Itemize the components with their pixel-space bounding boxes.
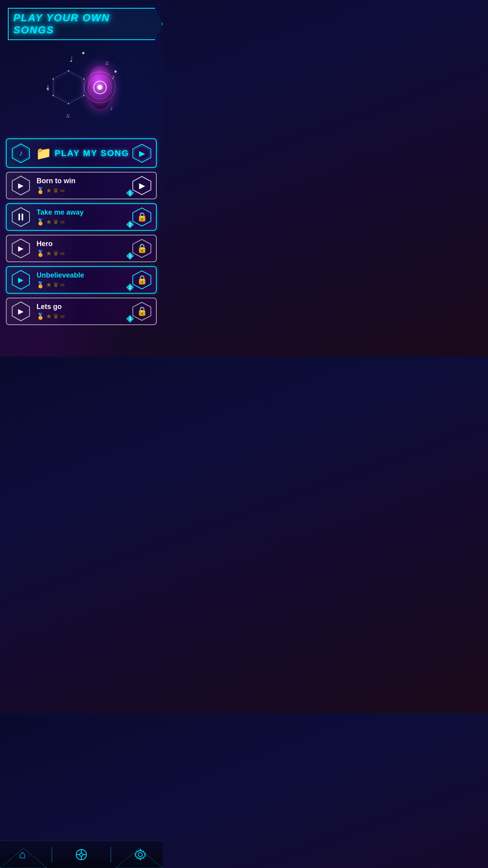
play-icon: ▶ <box>18 181 24 190</box>
lets-go-hex-icon: ▶ <box>9 300 33 323</box>
unbelieveable-stars: 🏅 ★ ♛ ∞ <box>37 281 127 289</box>
hero-hex-icon: ▶ <box>9 237 33 260</box>
badge-icon: 🏅 <box>37 187 44 194</box>
song-item-unbelieveable[interactable]: ▶ Unbelieveable 🏅 ★ ♛ ∞ 2 🔒 <box>6 266 157 294</box>
born-to-win-play-button[interactable]: ▶ <box>131 175 153 197</box>
lets-go-lock: 🔒 <box>131 300 153 322</box>
hero-stars: 🏅 ★ ♛ ∞ <box>37 250 127 257</box>
lets-go-title: Lets go <box>37 303 127 311</box>
play-my-song-hex-icon: ♪ <box>9 142 33 165</box>
unbelieveable-content: Unbelieveable 🏅 ★ ♛ ∞ <box>33 268 131 292</box>
lock-icon: 🔒 <box>137 275 147 285</box>
crown-icon: ♛ <box>53 250 59 257</box>
lock-icon: 🔒 <box>137 212 147 222</box>
hero-title: Hero <box>37 240 127 248</box>
star-icon: ★ <box>46 218 51 226</box>
lock-icon: 🔒 <box>137 243 147 254</box>
take-me-away-stars: 🏅 ★ ♛ ∞ <box>37 218 127 226</box>
hero-lock: 🔒 <box>131 237 153 259</box>
svg-point-10 <box>114 70 117 73</box>
hero-content: Hero 🏅 ★ ♛ ∞ <box>33 237 131 260</box>
infinity-icon: ∞ <box>60 219 64 226</box>
badge-icon: 🏅 <box>37 218 44 226</box>
lock-icon: 🔒 <box>137 306 147 316</box>
badge-icon: 🏅 <box>37 313 44 320</box>
play-icon: ▶ <box>139 181 145 190</box>
infinity-icon: ∞ <box>60 313 64 320</box>
born-to-win-title: Born to win <box>37 177 127 185</box>
badge-icon: 🏅 <box>37 250 44 257</box>
folder-icon: 📁 <box>36 146 51 161</box>
crown-icon: ♛ <box>53 281 59 289</box>
song-list: ♪ 📁 PLAY MY SONG ▶ <box>0 138 163 325</box>
star-icon: ★ <box>46 250 51 257</box>
infinity-icon: ∞ <box>60 250 64 257</box>
crown-icon: ♛ <box>53 187 59 194</box>
badge-icon: 🏅 <box>37 281 44 289</box>
infinity-icon: ∞ <box>60 187 64 194</box>
lets-go-content: Lets go 🏅 ★ ♛ ∞ <box>33 300 131 323</box>
play-my-song-button[interactable]: ▶ <box>131 142 153 164</box>
take-me-away-lock: 🔒 <box>131 206 153 228</box>
song-item-take-me-away[interactable]: Take me away 🏅 ★ ♛ ∞ 2 🔒 <box>6 203 157 231</box>
born-to-win-hex-icon: ▶ <box>9 174 33 197</box>
music-note-icon: ♪ <box>19 149 23 158</box>
unbelieveable-title: Unbelieveable <box>37 271 127 280</box>
vinyl-disc <box>87 66 113 109</box>
page-title: PLAY YOUR OWN SONGS <box>13 12 110 36</box>
born-to-win-content: Born to win 🏅 ★ ♛ ∞ <box>33 174 131 197</box>
play-my-song-item[interactable]: ♪ 📁 PLAY MY SONG ▶ <box>6 138 157 168</box>
crown-icon: ♛ <box>53 218 59 226</box>
star-icon: ★ <box>46 281 51 289</box>
infinity-icon: ∞ <box>60 281 64 289</box>
disc-area: ♩ ♫ ♪ ♩ ♫ ♪ <box>0 48 163 127</box>
unbelieveable-hex-icon: ▶ <box>9 268 33 292</box>
page-title-bar: PLAY YOUR OWN SONGS <box>8 8 163 40</box>
play-my-song-label-container: PLAY MY SONG <box>55 148 131 158</box>
star-icon: ★ <box>46 313 51 320</box>
hexagon-disc: ♩ ♫ ♪ ♩ ♫ ♪ <box>50 56 113 119</box>
svg-point-11 <box>47 88 49 90</box>
crown-icon: ♛ <box>53 313 59 320</box>
lets-go-stars: 🏅 ★ ♛ ∞ <box>37 313 127 320</box>
play-icon: ▶ <box>18 276 24 284</box>
song-item-lets-go[interactable]: ▶ Lets go 🏅 ★ ♛ ∞ 3 🔒 <box>6 298 157 325</box>
song-item-born-to-win[interactable]: ▶ Born to win 🏅 ★ ♛ ∞ 1 ▶ <box>6 172 157 199</box>
play-icon: ▶ <box>139 149 145 158</box>
play-my-song-label: PLAY MY SONG <box>55 148 129 158</box>
unbelieveable-lock: 🔒 <box>131 269 153 291</box>
pause-icon <box>18 213 23 221</box>
svg-point-9 <box>82 52 84 54</box>
song-item-hero[interactable]: ▶ Hero 🏅 ★ ♛ ∞ 3 🔒 <box>6 235 157 262</box>
star-icon: ★ <box>46 187 51 194</box>
play-icon: ▶ <box>18 244 24 253</box>
play-icon: ▶ <box>18 307 24 316</box>
born-to-win-stars: 🏅 ★ ♛ ∞ <box>37 187 127 194</box>
disc-ring-inner <box>88 75 112 99</box>
take-me-away-content: Take me away 🏅 ★ ♛ ∞ <box>33 205 131 229</box>
take-me-away-hex-icon <box>9 205 33 229</box>
take-me-away-title: Take me away <box>37 208 127 217</box>
